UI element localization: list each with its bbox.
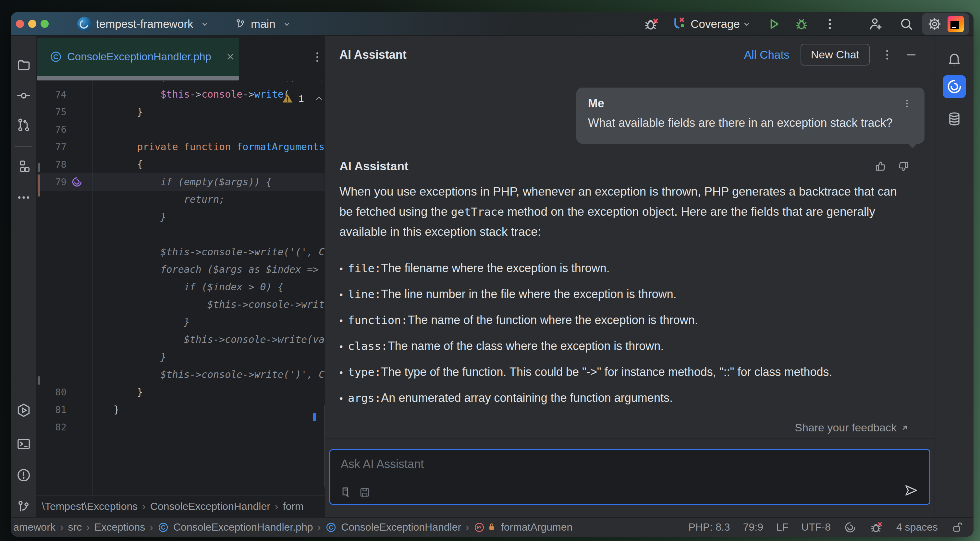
unlocked-icon[interactable] xyxy=(951,521,964,534)
coverage-run-config-icon[interactable] xyxy=(672,17,686,31)
thumbs-up-icon[interactable] xyxy=(874,160,887,173)
branch-selector[interactable]: main xyxy=(235,12,292,36)
gutter-cell[interactable] xyxy=(67,81,114,86)
line-number[interactable]: 78 xyxy=(37,155,67,173)
run-button[interactable] xyxy=(767,17,781,31)
line-number[interactable]: 79 xyxy=(37,173,67,191)
line-number[interactable] xyxy=(37,348,67,366)
line-number[interactable] xyxy=(37,313,67,331)
breadcrumb-item[interactable]: formatArgumen xyxy=(474,521,573,533)
no-problems-bug-icon[interactable] xyxy=(644,17,659,32)
zoom-window-button[interactable] xyxy=(41,20,49,28)
line-separator-widget[interactable]: LF xyxy=(776,521,788,533)
gutter-cell[interactable] xyxy=(67,366,114,383)
code-line[interactable] xyxy=(37,226,325,243)
code-line[interactable]: } xyxy=(37,208,325,226)
close-window-button[interactable] xyxy=(16,20,24,28)
line-number[interactable]: 73 xyxy=(37,81,67,86)
code-line[interactable]: 76 xyxy=(37,121,325,138)
code-line[interactable]: 75 } xyxy=(37,103,325,121)
hide-panel-icon[interactable] xyxy=(905,48,918,61)
code-line[interactable]: 78 { xyxy=(37,155,325,173)
ai-assistant-status-icon[interactable] xyxy=(844,521,857,534)
line-number[interactable]: 75 xyxy=(37,103,67,121)
gutter-cell[interactable] xyxy=(67,226,114,243)
project-selector[interactable]: tempest-framework xyxy=(77,12,210,36)
breadcrumb-item[interactable]: ConsoleExceptionHandler xyxy=(326,521,461,533)
thumbs-down-icon[interactable] xyxy=(897,160,910,173)
code-line[interactable]: } xyxy=(37,313,325,331)
gutter-cell[interactable] xyxy=(67,278,114,296)
breadcrumb-item[interactable]: \Tempest\Exceptions xyxy=(42,500,138,512)
gutter-cell[interactable] xyxy=(67,348,114,366)
more-tools-icon[interactable] xyxy=(16,190,32,205)
save-prompt-icon[interactable] xyxy=(359,487,371,498)
structure-icon[interactable] xyxy=(16,159,32,174)
code-line[interactable]: 79 if (empty($args)) { xyxy=(37,173,325,191)
breadcrumb-item[interactable]: ConsoleExceptionHandler xyxy=(150,500,270,512)
code-line[interactable]: foreach ($args as $index => $ar xyxy=(37,261,325,278)
code-line[interactable]: 82 xyxy=(37,419,325,436)
previous-problem-icon[interactable] xyxy=(314,94,324,104)
commit-icon[interactable] xyxy=(16,88,32,103)
gutter-cell[interactable] xyxy=(67,138,114,155)
gutter-cell[interactable] xyxy=(67,103,114,121)
more-actions-icon[interactable] xyxy=(823,17,837,31)
minimize-window-button[interactable] xyxy=(28,20,37,28)
gutter-cell[interactable] xyxy=(67,208,114,226)
gutter-cell[interactable] xyxy=(67,296,114,313)
code-line[interactable]: 73 $this->console->write($line, Fo xyxy=(37,81,325,86)
gutter-change-marker[interactable] xyxy=(38,175,40,197)
line-number[interactable] xyxy=(37,226,67,243)
gutter-cell[interactable] xyxy=(67,383,114,401)
code-line[interactable]: $this->console->write(')', Cons xyxy=(37,366,325,383)
project-folder-icon[interactable] xyxy=(16,57,32,73)
gutter-cell[interactable] xyxy=(67,331,114,348)
new-chat-button[interactable]: New Chat xyxy=(800,44,870,65)
gutter-change-marker[interactable] xyxy=(38,376,40,385)
code-line[interactable]: if ($index > 0) { xyxy=(37,278,325,296)
coverage-selector[interactable]: Coverage xyxy=(690,17,752,30)
code-line[interactable]: 74 $this->console->write( xyxy=(37,86,325,103)
line-number[interactable] xyxy=(37,296,67,313)
gutter-cell[interactable] xyxy=(67,155,114,173)
gutter-cell[interactable] xyxy=(67,401,114,419)
gutter-cell[interactable] xyxy=(67,261,114,278)
message-options-icon[interactable] xyxy=(901,98,913,109)
line-number[interactable]: 81 xyxy=(37,401,67,419)
breadcrumb-item[interactable]: src xyxy=(68,521,82,533)
line-number[interactable] xyxy=(37,278,67,296)
search-everywhere-icon[interactable] xyxy=(899,17,914,32)
warning-triangle-icon[interactable] xyxy=(282,93,293,105)
gutter-change-marker[interactable] xyxy=(38,163,40,172)
line-number[interactable]: 76 xyxy=(37,121,67,138)
code-with-me-icon[interactable] xyxy=(868,16,883,32)
gutter-cell[interactable] xyxy=(67,121,114,138)
debug-button[interactable] xyxy=(794,17,809,31)
tab-list-more-icon[interactable] xyxy=(311,51,324,63)
code-line[interactable]: $this->console->write(var_e xyxy=(37,331,325,348)
line-number[interactable]: 82 xyxy=(37,419,67,436)
gutter-cell[interactable] xyxy=(67,86,114,103)
breadcrumb-item[interactable]: Exceptions xyxy=(94,521,145,533)
database-tool-icon[interactable] xyxy=(947,111,962,127)
code-line[interactable]: $this->console->write('(', Cons xyxy=(37,243,325,261)
caret-position-widget[interactable]: 79:9 xyxy=(743,521,763,533)
breadcrumb-item[interactable]: amework xyxy=(13,521,56,533)
no-problems-status-icon[interactable] xyxy=(870,520,883,534)
panel-options-icon[interactable] xyxy=(881,48,894,61)
line-number[interactable] xyxy=(37,261,67,278)
share-feedback-link[interactable]: Share your feedback xyxy=(795,421,910,434)
code-line[interactable]: 81} xyxy=(37,401,325,419)
close-tab-icon[interactable] xyxy=(226,52,235,62)
version-control-icon[interactable] xyxy=(16,499,32,515)
gutter-cell[interactable] xyxy=(67,419,114,436)
gutter-cell[interactable] xyxy=(67,243,114,261)
code-line[interactable]: $this->console->write( xyxy=(37,296,325,313)
services-icon[interactable] xyxy=(16,403,32,418)
prompt-library-icon[interactable] xyxy=(339,486,352,498)
problems-icon[interactable] xyxy=(16,467,32,483)
ai-chat-input[interactable]: Ask AI Assistant xyxy=(329,449,930,505)
notifications-bell-icon[interactable] xyxy=(947,51,962,67)
terminal-icon[interactable] xyxy=(16,436,32,452)
